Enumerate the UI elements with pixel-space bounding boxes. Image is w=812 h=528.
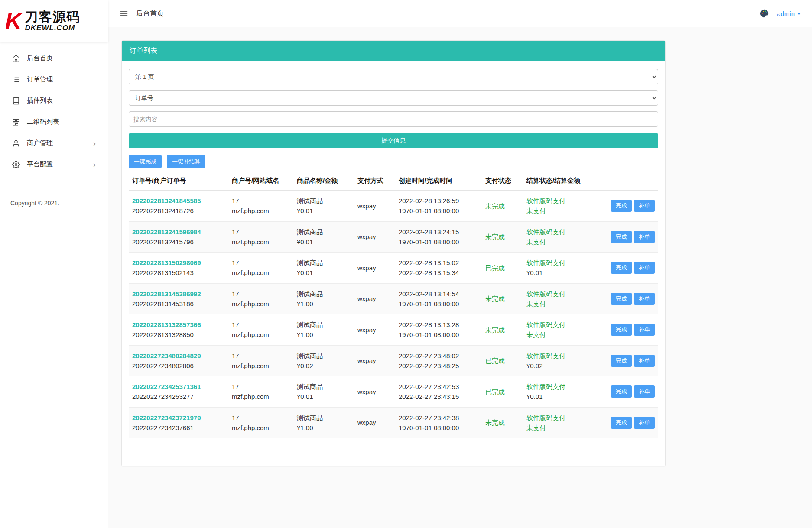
order-link[interactable]: 2022022723423721979 — [132, 414, 201, 421]
supplement-button[interactable]: 补单 — [634, 231, 655, 243]
product-amount: ¥0.01 — [297, 237, 351, 247]
merchant-id: 17 — [232, 196, 290, 206]
product-amount: ¥0.01 — [297, 392, 351, 402]
merchant-id: 17 — [232, 413, 290, 423]
created-time: 2022-02-28 13:24:15 — [399, 227, 478, 237]
table-row: 20220228131502980692022022813150214317mz… — [129, 253, 658, 284]
complete-button[interactable]: 完成 — [611, 293, 632, 305]
user-menu[interactable]: admin — [777, 10, 801, 17]
settle-amount: 未支付 — [526, 330, 594, 340]
search-field-select[interactable]: 订单号 — [129, 90, 658, 106]
sidebar-item-label: 插件列表 — [27, 97, 53, 105]
order-link[interactable]: 2022022813150298069 — [132, 259, 201, 266]
user-icon — [12, 139, 20, 147]
topbar-left: 后台首页 — [120, 9, 164, 18]
created-time: 2022-02-27 23:42:53 — [399, 382, 478, 392]
complete-button[interactable]: 完成 — [611, 385, 632, 398]
product-name: 测试商品 — [297, 351, 351, 361]
created-time: 2022-02-27 23:48:02 — [399, 351, 478, 361]
settle-amount: 未支付 — [526, 237, 594, 247]
order-link[interactable]: 2022022813145386992 — [132, 290, 201, 298]
caret-down-icon — [797, 13, 801, 15]
col-settle: 结算状态/结算金额 — [523, 172, 598, 191]
bulk-complete-button[interactable]: 一键完成 — [129, 155, 162, 168]
order-link[interactable]: 2022022813241596984 — [132, 228, 201, 236]
table-row: 20220228132418455852022022813241872617mz… — [129, 191, 658, 222]
merchant-id: 17 — [232, 320, 290, 330]
supplement-button[interactable]: 补单 — [634, 355, 655, 367]
main: 后台首页 admin 订单列表 第 1 页 — [108, 0, 812, 528]
supplement-button[interactable]: 补单 — [634, 324, 655, 336]
settle-status: 软件版码支付 — [526, 320, 594, 330]
sidebar-item-orders[interactable]: 订单管理 — [0, 69, 108, 90]
finished-time: 1970-01-01 08:00:00 — [399, 423, 478, 433]
col-order-no: 订单号/商户订单号 — [129, 172, 228, 191]
table-row: 20220227234237219792022022723423766117mz… — [129, 407, 658, 438]
table-row: 20220227234253713612022022723425327717mz… — [129, 376, 658, 408]
sidebar-item-platform[interactable]: 平台配置 › — [0, 154, 108, 175]
sidebar-item-label: 后台首页 — [27, 54, 53, 62]
merchant-order-no: 20220228132418726 — [132, 206, 225, 216]
site-domain: mzf.php.com — [232, 299, 290, 309]
complete-button[interactable]: 完成 — [611, 231, 632, 243]
created-time: 2022-02-28 13:14:54 — [399, 289, 478, 299]
brand-text: 刀客源码 DKEWL.COM — [25, 10, 81, 32]
sidebar-item-home[interactable]: 后台首页 — [0, 48, 108, 69]
supplement-button[interactable]: 补单 — [634, 417, 655, 429]
content: 订单列表 第 1 页 订单号 提交信息 一键完成 一键补结算 — [108, 27, 812, 479]
supplement-button[interactable]: 补单 — [634, 293, 655, 305]
sidebar-menu: 后台首页 订单管理 插件列表 二维码列表 — [0, 42, 108, 175]
product-amount: ¥0.02 — [297, 361, 351, 371]
brand-logo: K 刀客源码 DKEWL.COM — [0, 0, 108, 42]
topbar: 后台首页 admin — [108, 0, 812, 27]
bulk-settle-button[interactable]: 一键补结算 — [167, 155, 205, 168]
complete-button[interactable]: 完成 — [611, 200, 632, 212]
order-link[interactable]: 2022022723425371361 — [132, 383, 201, 390]
search-input[interactable] — [129, 111, 658, 127]
col-pay-status: 支付状态 — [482, 172, 523, 191]
list-icon — [12, 76, 20, 84]
complete-button[interactable]: 完成 — [611, 324, 632, 336]
settle-status: 软件版码支付 — [526, 289, 594, 299]
order-link[interactable]: 2022022723480284829 — [132, 352, 201, 360]
pay-status: 已完成 — [485, 264, 505, 272]
col-product: 商品名称/金额 — [293, 172, 354, 191]
product-name: 测试商品 — [297, 413, 351, 423]
merchant-id: 17 — [232, 382, 290, 392]
product-name: 测试商品 — [297, 258, 351, 268]
finished-time: 1970-01-01 08:00:00 — [399, 206, 478, 216]
sidebar-item-label: 订单管理 — [27, 75, 53, 84]
sidebar-item-label: 商户管理 — [27, 139, 53, 147]
menu-toggle-icon[interactable] — [120, 9, 128, 18]
order-link[interactable]: 2022022813132857366 — [132, 321, 201, 328]
finished-time: 1970-01-01 08:00:00 — [399, 299, 478, 309]
sidebar-item-merchants[interactable]: 商户管理 › — [0, 133, 108, 154]
submit-button[interactable]: 提交信息 — [129, 133, 658, 148]
page-select[interactable]: 第 1 页 — [129, 69, 658, 84]
supplement-button[interactable]: 补单 — [634, 262, 655, 274]
pay-method: wxpay — [354, 345, 395, 376]
complete-button[interactable]: 完成 — [611, 355, 632, 367]
product-amount: ¥1.00 — [297, 423, 351, 433]
complete-button[interactable]: 完成 — [611, 417, 632, 429]
sidebar-item-qrcodes[interactable]: 二维码列表 — [0, 111, 108, 133]
complete-button[interactable]: 完成 — [611, 262, 632, 274]
app: K 刀客源码 DKEWL.COM 后台首页 订单管理 — [0, 0, 812, 528]
pay-method: wxpay — [354, 221, 395, 253]
supplement-button[interactable]: 补单 — [634, 200, 655, 212]
supplement-button[interactable]: 补单 — [634, 385, 655, 398]
pay-method: wxpay — [354, 376, 395, 408]
product-amount: ¥1.00 — [297, 330, 351, 340]
product-amount: ¥1.00 — [297, 299, 351, 309]
order-link[interactable]: 2022022813241845585 — [132, 197, 201, 204]
merchant-id: 17 — [232, 258, 290, 268]
pay-status: 未完成 — [485, 202, 505, 210]
pay-status: 未完成 — [485, 295, 505, 302]
pay-method: wxpay — [354, 283, 395, 314]
theme-palette-icon[interactable] — [760, 9, 769, 18]
sidebar-item-plugins[interactable]: 插件列表 — [0, 90, 108, 111]
settle-amount: 未支付 — [526, 299, 594, 309]
table-row: 20220228131453869922022022813145318617mz… — [129, 283, 658, 314]
qrcode-icon — [12, 118, 20, 126]
product-name: 测试商品 — [297, 289, 351, 299]
